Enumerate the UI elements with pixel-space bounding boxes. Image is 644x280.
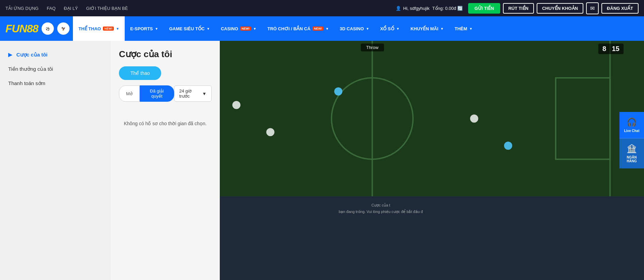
bank-button[interactable]: 🏦 NGÂN HÀNG xyxy=(619,138,644,168)
throw-label: Throw xyxy=(361,44,384,51)
svg-point-9 xyxy=(470,115,478,123)
chevron-down-icon: ▼ xyxy=(325,27,329,31)
referral-link[interactable]: GIỚI THIỆU BẠN BÈ xyxy=(86,6,128,11)
faq-link[interactable]: FAQ xyxy=(47,6,56,11)
rut-tien-button[interactable]: RÚT TIỀN xyxy=(503,3,534,14)
tab-the-thao[interactable]: Thể thao xyxy=(119,66,161,80)
svg-point-6 xyxy=(232,101,241,109)
nav-item-them[interactable]: THÊM ▼ xyxy=(449,16,478,41)
sport-tab-group: Thể thao xyxy=(119,66,212,80)
svg-point-7 xyxy=(266,128,274,136)
chevron-down-icon: ▼ xyxy=(253,27,257,31)
headset-icon: 🎧 xyxy=(627,117,637,127)
chuyen-khoan-button[interactable]: CHUYỂN KHOẢN xyxy=(537,3,583,14)
chevron-down-icon: ▼ xyxy=(469,27,473,31)
empty-message: Không có hồ sơ cho thời gian đã chọn. xyxy=(119,107,212,140)
agent-link[interactable]: ĐẠI LÝ xyxy=(64,6,78,11)
da-giai-quyet-button[interactable]: Đã giải quyết xyxy=(140,85,174,102)
team-badge-2: 🦅 xyxy=(57,22,70,35)
team-badge-1: ⚽ xyxy=(42,22,54,35)
panel-content: Cược của tôi Thể thao Mở Đã giải quyết 2… xyxy=(111,41,220,280)
cuoc-panel-overlay: ▶ Cược của tôi Tiền thưởng của tôi Thanh… xyxy=(0,41,220,280)
nav-item-khuyen-mai[interactable]: KHUYẾN MÃI ▼ xyxy=(405,16,449,41)
time-filter-dropdown[interactable]: 24 giờ trước ▼ xyxy=(174,85,212,102)
user-greeting: 👤 Hi, sdfgyhujik xyxy=(396,6,429,11)
panel-item-thuong[interactable]: Tiền thưởng của tôi xyxy=(0,62,111,76)
chevron-down-icon: ▼ xyxy=(155,27,158,31)
panel-title: Cược của tôi xyxy=(119,49,212,60)
balance-display: Tổng: 0.00đ 🔄 xyxy=(432,6,463,11)
nav-item-the-thao[interactable]: THỂ THAO NEW! ▼ xyxy=(73,16,125,41)
main-area: Tất cả ⚙ Bóng đá (30) Giải vô địch U21 -… xyxy=(0,41,644,280)
nav-items: THỂ THAO NEW! ▼ E-SPORTS ▼ GAME SIÊU TỐC… xyxy=(73,16,478,41)
dang-xuat-button[interactable]: ĐĂNG XUẤT xyxy=(601,3,639,14)
filter-row: Mở Đã giải quyết 24 giờ trước ▼ xyxy=(119,85,212,102)
top-bar-links: TẢI ỨNG DỤNG FAQ ĐẠI LÝ GIỚI THIỆU BẠN B… xyxy=(5,6,128,11)
top-bar: TẢI ỨNG DỤNG FAQ ĐẠI LÝ GIỚI THIỆU BẠN B… xyxy=(0,0,644,16)
new-badge: NEW! xyxy=(312,27,323,31)
message-button[interactable]: ✉ xyxy=(586,2,599,14)
logo-text: FUN88 xyxy=(5,22,38,35)
svg-point-8 xyxy=(334,87,342,96)
panel-item-cuoc[interactable]: ▶ Cược của tôi xyxy=(0,48,111,62)
panel-sidebar: ▶ Cược của tôi Tiền thưởng của tôi Thanh… xyxy=(0,41,111,280)
nav-item-tro-choi[interactable]: TRÒ CHƠI / BẮN CÁ NEW! ▼ xyxy=(262,16,334,41)
chevron-down-icon: ▼ xyxy=(366,27,369,31)
chevron-down-icon: ▼ xyxy=(440,27,444,31)
bank-icon: 🏦 xyxy=(627,144,637,153)
mobile-app-link[interactable]: TẢI ỨNG DỤNG xyxy=(5,6,39,11)
chevron-down-icon: ▼ xyxy=(116,27,119,31)
new-badge: NEW! xyxy=(240,27,251,31)
nav-item-3d-casino[interactable]: 3D CASINO ▼ xyxy=(334,16,375,41)
nav-item-game-sieu-toc[interactable]: GAME SIÊU TỐC ▼ xyxy=(164,16,215,41)
chevron-down-icon: ▼ xyxy=(396,27,400,31)
mo-button[interactable]: Mở xyxy=(119,85,140,102)
score-display: 8 15 xyxy=(598,44,624,54)
svg-point-10 xyxy=(504,142,512,150)
panel-item-thanh-toan[interactable]: Thanh toán sớm xyxy=(0,76,111,90)
chevron-down-icon: ▼ xyxy=(202,91,206,96)
arrow-icon: ▶ xyxy=(8,52,12,58)
nav-bar: FUN88 ⚽ 🦅 THỂ THAO NEW! ▼ E-SPORTS ▼ GAM… xyxy=(0,16,644,41)
nav-item-xo-so[interactable]: XỔ SỐ ▼ xyxy=(375,16,405,41)
logo-area: FUN88 ⚽ 🦅 xyxy=(5,22,70,35)
live-chat-button[interactable]: 🎧 Live Chat xyxy=(619,112,644,138)
open-settled-group: Mở Đã giải quyết xyxy=(119,85,174,102)
nav-item-casino[interactable]: CASINO NEW! ▼ xyxy=(215,16,262,41)
panel-main: ▶ Cược của tôi Tiền thưởng của tôi Thanh… xyxy=(0,41,220,280)
chevron-down-icon: ▼ xyxy=(206,27,210,31)
nav-item-esports[interactable]: E-SPORTS ▼ xyxy=(125,16,164,41)
gui-tien-button[interactable]: GỬI TIỀN xyxy=(468,3,500,14)
side-buttons: 🎧 Live Chat 🏦 NGÂN HÀNG xyxy=(619,112,644,168)
new-badge: NEW! xyxy=(103,27,114,31)
